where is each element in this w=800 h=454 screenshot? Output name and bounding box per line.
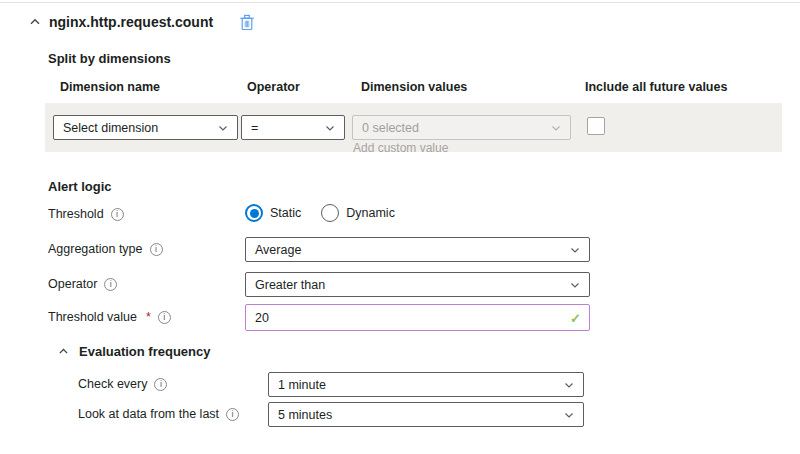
dimension-name-dropdown[interactable]: Select dimension bbox=[53, 115, 238, 140]
radio-dynamic-label: Dynamic bbox=[346, 206, 395, 220]
dimension-operator-dropdown-value: = bbox=[251, 121, 258, 135]
aggregation-type-dropdown[interactable]: Average bbox=[245, 237, 590, 262]
check-icon: ✓ bbox=[570, 310, 581, 325]
operator-dropdown-value: Greater than bbox=[255, 278, 325, 292]
add-custom-value-link[interactable]: Add custom value bbox=[353, 141, 448, 155]
radio-icon bbox=[321, 204, 339, 222]
dimension-values-dropdown-value: 0 selected bbox=[362, 121, 419, 135]
chevron-down-icon bbox=[217, 122, 229, 134]
delete-metric-button[interactable] bbox=[237, 12, 257, 32]
collapse-evaluation-button[interactable] bbox=[55, 343, 71, 359]
operator-label: Operator i bbox=[48, 277, 117, 291]
info-icon[interactable]: i bbox=[111, 208, 124, 221]
radio-icon bbox=[245, 204, 263, 222]
column-header-dimension-values: Dimension values bbox=[361, 80, 467, 94]
lookback-label: Look at data from the last i bbox=[78, 407, 239, 421]
info-icon[interactable]: i bbox=[104, 278, 117, 291]
metric-title: nginx.http.request.count bbox=[49, 14, 213, 30]
chevron-down-icon bbox=[569, 279, 581, 291]
column-header-include-future: Include all future values bbox=[585, 80, 727, 94]
metric-header: nginx.http.request.count bbox=[27, 12, 257, 32]
operator-dropdown[interactable]: Greater than bbox=[245, 272, 590, 297]
collapse-metric-button[interactable] bbox=[27, 14, 43, 30]
chevron-down-icon bbox=[324, 122, 336, 134]
radio-dynamic[interactable]: Dynamic bbox=[321, 204, 395, 222]
info-icon[interactable]: i bbox=[150, 243, 163, 256]
chevron-down-icon bbox=[563, 409, 575, 421]
check-every-dropdown-value: 1 minute bbox=[278, 378, 326, 392]
chevron-up-icon bbox=[58, 346, 69, 357]
check-every-label: Check every i bbox=[78, 377, 167, 391]
chevron-down-icon bbox=[563, 379, 575, 391]
evaluation-frequency-heading: Evaluation frequency bbox=[79, 344, 210, 359]
info-icon[interactable]: i bbox=[158, 311, 171, 324]
chevron-down-icon bbox=[550, 122, 562, 134]
radio-static-label: Static bbox=[270, 206, 301, 220]
dimension-values-dropdown[interactable]: 0 selected bbox=[352, 115, 571, 140]
threshold-value-label: Threshold value * i bbox=[48, 310, 171, 324]
lookback-dropdown[interactable]: 5 minutes bbox=[268, 402, 584, 427]
alert-condition-panel: nginx.http.request.count Split by dimens… bbox=[0, 0, 800, 454]
check-every-dropdown[interactable]: 1 minute bbox=[268, 372, 584, 397]
info-icon[interactable]: i bbox=[154, 378, 167, 391]
aggregation-type-dropdown-value: Average bbox=[255, 243, 301, 257]
aggregation-type-label: Aggregation type i bbox=[48, 242, 163, 256]
dimension-operator-dropdown[interactable]: = bbox=[241, 115, 345, 140]
evaluation-frequency-header: Evaluation frequency bbox=[55, 343, 210, 359]
threshold-radio-group: Static Dynamic bbox=[245, 204, 395, 222]
threshold-value-text: 20 bbox=[255, 311, 269, 325]
column-header-operator: Operator bbox=[247, 80, 300, 94]
chevron-down-icon bbox=[569, 244, 581, 256]
include-future-values-checkbox[interactable] bbox=[587, 117, 605, 135]
info-icon[interactable]: i bbox=[226, 408, 239, 421]
radio-static[interactable]: Static bbox=[245, 204, 301, 222]
dimension-name-dropdown-value: Select dimension bbox=[63, 121, 158, 135]
split-by-dimensions-heading: Split by dimensions bbox=[48, 51, 171, 66]
required-marker: * bbox=[146, 310, 151, 324]
top-divider bbox=[0, 2, 800, 3]
trash-icon bbox=[239, 14, 255, 31]
threshold-value-input[interactable]: 20 ✓ bbox=[245, 304, 590, 331]
chevron-up-icon bbox=[29, 16, 41, 28]
lookback-dropdown-value: 5 minutes bbox=[278, 408, 332, 422]
threshold-label: Threshold i bbox=[48, 207, 124, 221]
column-header-dimension-name: Dimension name bbox=[60, 80, 160, 94]
alert-logic-heading: Alert logic bbox=[48, 179, 112, 194]
